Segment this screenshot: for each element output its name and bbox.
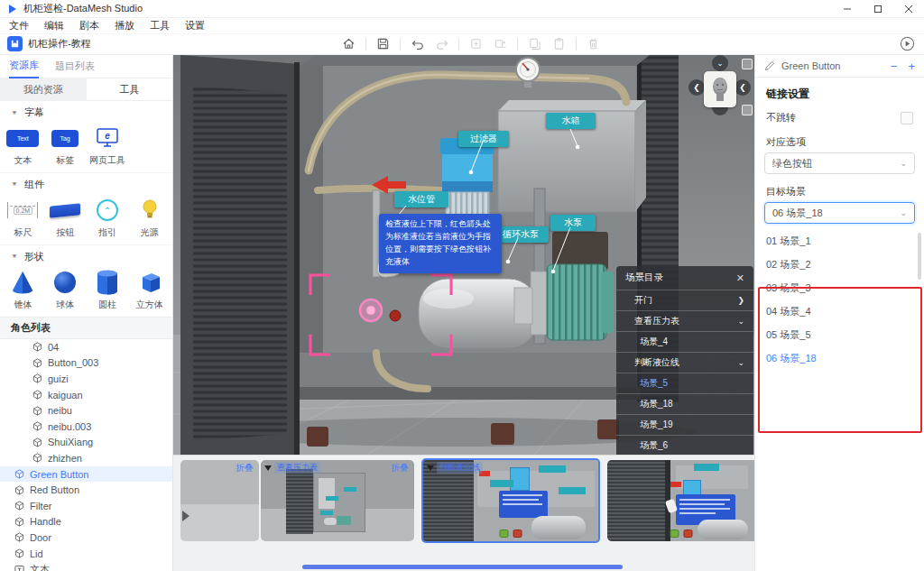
role-item[interactable]: Filter: [0, 498, 172, 514]
tool-light[interactable]: 光源: [128, 197, 171, 239]
tab-playlist[interactable]: 题目列表: [55, 55, 95, 78]
option-scene-5[interactable]: 05 场景_5: [755, 323, 924, 346]
role-item[interactable]: Door: [0, 530, 172, 546]
tool-tag[interactable]: Tag 标签: [44, 124, 87, 167]
role-item[interactable]: Green Button: [0, 466, 172, 483]
scene-thumbnail-selected[interactable]: 判断液位线: [421, 458, 600, 543]
viewport-frame-icon[interactable]: [742, 59, 753, 69]
section-shapes-header[interactable]: ▼ 形状: [0, 245, 172, 267]
option-select[interactable]: 绿色按钮 ⌄: [764, 152, 915, 174]
menu-edit[interactable]: 编辑: [44, 19, 64, 32]
minimize-button[interactable]: [832, 0, 863, 18]
label-filter[interactable]: 过滤器: [458, 131, 509, 147]
scene-item[interactable]: 场景_6: [616, 435, 753, 455]
target-scene-select[interactable]: 06 场景_18 ⌄: [764, 202, 915, 224]
role-item[interactable]: 04: [0, 339, 172, 355]
menu-tools[interactable]: 工具: [150, 19, 170, 32]
role-item[interactable]: neibu.003: [0, 419, 172, 435]
home-icon[interactable]: [341, 36, 356, 51]
play-preview-icon[interactable]: [900, 36, 915, 51]
scene-thumbnail[interactable]: 查看压力表 折叠: [261, 460, 414, 541]
close-button[interactable]: [893, 0, 924, 18]
tool-ruler[interactable]: 0.2M 标尺: [2, 197, 44, 239]
tool-text[interactable]: Text 文本: [2, 124, 44, 167]
role-item[interactable]: Button_003: [0, 355, 172, 372]
scene-group-check-gauge[interactable]: 查看压力表⌄: [616, 310, 753, 331]
subtab-tools[interactable]: 工具: [87, 78, 173, 100]
shape-cone[interactable]: 锥体: [2, 269, 44, 311]
expand-panel-icon[interactable]: +: [908, 60, 915, 73]
option-scene-1[interactable]: 01 场景_1: [755, 229, 924, 253]
avatar-view[interactable]: [704, 71, 736, 107]
viewport-gizmo-icon[interactable]: [742, 105, 753, 115]
link-settings-title: 链接设置: [755, 78, 924, 102]
label-water-tank[interactable]: 水箱: [546, 113, 596, 129]
role-item[interactable]: guizi: [0, 371, 172, 387]
option-scene-18-selected[interactable]: 06 场景_18: [755, 346, 924, 370]
collapse-link[interactable]: 折叠: [236, 462, 254, 474]
tool-guide[interactable]: ⌃ 指引: [87, 197, 129, 239]
scene-thumbnail[interactable]: 折叠: [180, 460, 259, 541]
section-subtitle-header[interactable]: ▼ 字幕: [0, 101, 172, 123]
tool-webpage[interactable]: e 网页工具: [87, 124, 129, 167]
maximize-button[interactable]: [863, 0, 893, 18]
scene-item[interactable]: 场景_19: [616, 414, 753, 435]
tab-resource-library[interactable]: 资源库: [9, 55, 39, 78]
section-components-header[interactable]: ▼ 组件: [0, 173, 172, 195]
selected-object-name: Green Button: [781, 60, 840, 71]
label-pump[interactable]: 水泵: [550, 215, 596, 231]
option-scene-2[interactable]: 02 场景_2: [755, 253, 924, 276]
scene-insert-before-icon[interactable]: [468, 36, 484, 51]
no-jump-checkbox[interactable]: [901, 112, 913, 124]
shape-cube[interactable]: 立方体: [128, 269, 171, 311]
role-item[interactable]: Red Button: [0, 482, 172, 498]
scene-item[interactable]: 场景_4: [616, 331, 753, 352]
edit-pencil-icon[interactable]: [764, 60, 775, 71]
green-button-selected[interactable]: [360, 299, 382, 321]
save-icon[interactable]: [375, 36, 391, 51]
redo-icon[interactable]: [434, 36, 449, 51]
role-item[interactable]: Handle: [0, 514, 172, 530]
scene-group-judge-level[interactable]: 判断液位线⌄: [616, 352, 753, 373]
red-button[interactable]: [390, 310, 401, 321]
delete-icon[interactable]: [586, 36, 601, 51]
role-item[interactable]: ShuiXiang: [0, 435, 172, 451]
scene-insert-after-icon[interactable]: [493, 36, 508, 51]
copy-icon[interactable]: [527, 36, 542, 51]
orbit-left-button[interactable]: ❮: [688, 79, 705, 96]
3d-viewport[interactable]: 水箱 过滤器 水位管 循环水泵 水泵 检查液位上下限，红色箭头处为标准液位若当前…: [173, 55, 754, 455]
options-scrollbar[interactable]: [918, 233, 921, 280]
menu-script[interactable]: 剧本: [79, 19, 99, 32]
menu-settings[interactable]: 设置: [185, 19, 205, 32]
object-3d-icon: [32, 453, 42, 463]
shape-cylinder[interactable]: 圆柱: [87, 269, 129, 311]
undo-icon[interactable]: [410, 36, 425, 51]
role-item[interactable]: Lid: [0, 546, 172, 562]
collapse-panel-icon[interactable]: −: [891, 60, 898, 73]
collapse-link[interactable]: 折叠: [391, 462, 409, 474]
close-icon[interactable]: ✕: [736, 272, 744, 284]
paste-icon[interactable]: [551, 36, 567, 51]
menu-play[interactable]: 播放: [115, 19, 134, 32]
role-item[interactable]: zhizhen: [0, 450, 172, 466]
strip-scrollbar[interactable]: [302, 565, 623, 569]
role-item[interactable]: 文本: [0, 561, 172, 571]
shape-sphere[interactable]: 球体: [44, 269, 87, 311]
option-scene-3[interactable]: 03 场景_3: [755, 276, 924, 299]
orbit-right-button[interactable]: ❮: [735, 79, 751, 96]
role-item[interactable]: kaiguan: [0, 387, 172, 403]
menu-file[interactable]: 文件: [9, 19, 29, 32]
option-scene-4[interactable]: 04 场景_4: [755, 299, 924, 323]
scene-item-active[interactable]: 场景_5: [616, 373, 753, 393]
orbit-up-button[interactable]: ⌄: [712, 55, 728, 71]
component-items: 0.2M 标尺 按钮 ⌃ 指引 光源: [0, 195, 172, 245]
collapse-arrow-icon[interactable]: [182, 511, 189, 521]
scene-group-open-door[interactable]: 开门❯: [616, 290, 753, 310]
scene-thumbnail[interactable]: [607, 460, 754, 541]
scene-item[interactable]: 场景_18: [616, 393, 753, 414]
role-item[interactable]: neibu: [0, 402, 172, 419]
label-water-level-tube[interactable]: 水位管: [394, 191, 448, 207]
subtab-my-resources[interactable]: 我的资源: [0, 78, 87, 100]
tool-button[interactable]: 按钮: [44, 197, 87, 239]
datamesh-studio-window: 机柜巡检-DataMesh Studio 文件 编辑 剧本 播放 工具 设置 机…: [0, 0, 924, 571]
